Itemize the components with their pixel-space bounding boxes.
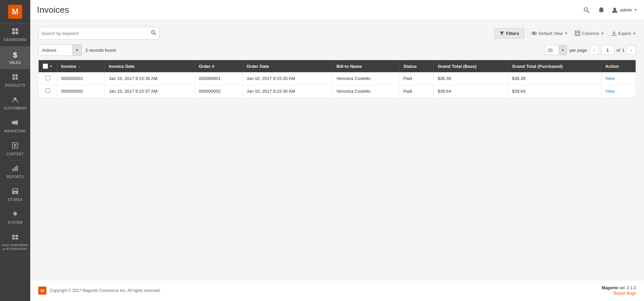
sidebar-item-label-products: PRODUCTS [5, 84, 25, 88]
row-checkbox[interactable] [45, 88, 50, 93]
svg-rect-34 [575, 31, 580, 36]
per-page-label: per page [570, 48, 587, 53]
top-bar: Invoices admin ▼ [30, 0, 644, 20]
svg-line-27 [587, 11, 589, 13]
footer-version-number: ver. 2.1.3 [619, 286, 636, 290]
checkbox-dropdown-arrow[interactable]: ▼ [49, 64, 53, 68]
sidebar-item-find-partners[interactable]: FIND PARTNERS & EXTENSIONS [0, 229, 30, 255]
cell-action: View [601, 72, 636, 85]
cell-invoice_date: Jan 10, 2017 9:15:37 AM [105, 85, 194, 98]
export-icon [611, 31, 617, 36]
table-row: 000000002Jan 10, 2017 9:15:37 AM00000000… [39, 85, 636, 98]
reports-icon [11, 165, 19, 174]
footer-left: M Copyright © 2017 Magento Commerce Inc.… [38, 287, 161, 295]
svg-point-28 [613, 8, 616, 10]
footer: M Copyright © 2017 Magento Commerce Inc.… [30, 280, 644, 301]
footer-version-name: Magento [602, 286, 618, 290]
search-top-button[interactable] [582, 5, 591, 15]
select-all-checkbox[interactable] [43, 63, 48, 69]
footer-right: Magento ver. 2.1.3 Report Bugs [602, 286, 636, 296]
svg-line-30 [154, 33, 156, 35]
search-icon [151, 30, 156, 35]
th-bill-to-name: Bill-to Name [332, 60, 399, 73]
sidebar-item-label-customers: CUSTOMERS [4, 106, 27, 111]
view-link[interactable]: View [605, 76, 615, 81]
svg-rect-17 [14, 167, 16, 171]
view-link[interactable]: View [605, 89, 615, 94]
sidebar-logo: M [0, 0, 30, 24]
actions-dropdown-arrow[interactable]: ▼ [72, 45, 82, 55]
actions-bar: Actions ▼ 2 records found 20 30 50 ▼ per… [38, 44, 636, 56]
content-area: Filters Default View ▼ [30, 20, 644, 280]
th-invoice[interactable]: Invoice ↓ [57, 60, 105, 73]
footer-copyright: Copyright © 2017 Magento Commerce Inc. A… [50, 288, 161, 293]
default-view-arrow: ▼ [564, 32, 568, 35]
sidebar-item-system[interactable]: SYSTEM [0, 206, 30, 229]
table-row: 000000001Jan 10, 2017 9:15:36 AM00000000… [39, 72, 636, 85]
filters-button[interactable]: Filters [494, 28, 524, 39]
search-top-icon [583, 7, 590, 13]
next-page-button[interactable]: › [627, 45, 636, 55]
search-bar [38, 27, 159, 40]
marketing-icon [11, 119, 19, 128]
cell-invoice: 000000001 [57, 72, 105, 85]
report-bugs-link[interactable]: Report Bugs [613, 291, 636, 296]
svg-rect-6 [12, 74, 15, 77]
cell-bill_to_name: Veronica Costello [332, 72, 399, 85]
admin-menu[interactable]: admin ▼ [611, 7, 637, 13]
cell-invoice: 000000002 [57, 85, 105, 98]
sidebar-item-dashboard[interactable]: DASHBOARD [0, 24, 30, 46]
sidebar-item-sales[interactable]: $ SALES [0, 46, 30, 69]
pagination: 20 30 50 ▼ per page ‹ of 1 › [545, 45, 636, 55]
search-input[interactable] [41, 31, 151, 36]
toolbar-divider-2 [571, 29, 571, 37]
sidebar-item-content[interactable]: CONTENT [0, 138, 30, 161]
sidebar-item-stores[interactable]: STORES [0, 183, 30, 206]
sidebar-item-label-marketing: MARKETING [4, 129, 26, 133]
cell-grand_total_base: $36.39 [434, 72, 508, 85]
sidebar-item-products[interactable]: PRODUCTS [0, 69, 30, 92]
sidebar-item-customers[interactable]: CUSTOMERS [0, 92, 30, 115]
svg-rect-3 [15, 28, 18, 31]
admin-dropdown-icon: ▼ [634, 8, 637, 12]
actions-select[interactable]: Actions ▼ [38, 44, 82, 56]
records-count: 2 records found [85, 48, 116, 53]
cell-grand_total_purchased: $36.39 [508, 72, 601, 85]
prev-page-button[interactable]: ‹ [590, 45, 599, 55]
sales-icon: $ [13, 51, 17, 59]
sidebar-item-marketing[interactable]: MARKETING [0, 115, 30, 138]
svg-rect-16 [12, 169, 14, 171]
notifications-button[interactable] [597, 5, 606, 15]
th-checkbox: ▼ [39, 60, 57, 73]
sidebar-item-label-sales: SALES [9, 61, 21, 65]
search-button[interactable] [151, 30, 156, 37]
row-checkbox-cell [39, 72, 57, 85]
sidebar-item-reports[interactable]: REPORTS [0, 161, 30, 183]
per-page-select[interactable]: 20 30 50 ▼ [545, 45, 567, 55]
cell-grand_total_base: $39.64 [434, 85, 508, 98]
svg-point-26 [584, 8, 588, 11]
svg-rect-20 [14, 192, 16, 194]
columns-button[interactable]: Columns ▼ [575, 31, 604, 36]
row-checkbox-cell [39, 85, 57, 98]
system-icon [11, 210, 19, 219]
svg-rect-18 [16, 166, 18, 171]
cell-order_num: 000000001 [195, 72, 242, 85]
dashboard-icon [11, 28, 19, 37]
sidebar: M DASHBOARD $ SALES PRODUCTS CUSTOMERS M… [0, 0, 30, 301]
row-checkbox[interactable] [45, 76, 50, 80]
stores-icon [11, 187, 19, 197]
per-page-arrow[interactable]: ▼ [559, 45, 567, 55]
export-button[interactable]: Export ▼ [611, 31, 636, 36]
per-page-dropdown[interactable]: 20 30 50 [545, 45, 559, 55]
default-view-button[interactable]: Default View ▼ [531, 31, 568, 36]
sidebar-item-label-stores: STORES [8, 198, 23, 202]
cell-grand_total_purchased: $39.64 [508, 85, 601, 98]
table-header-row: ▼ Invoice ↓ Invoice Date Order # Order [39, 60, 636, 73]
sidebar-item-label-dashboard: DASHBOARD [4, 38, 27, 42]
th-action: Action [601, 60, 636, 73]
columns-icon [575, 31, 580, 36]
total-pages: 1 [622, 48, 625, 53]
current-page-input[interactable] [601, 45, 614, 55]
actions-dropdown[interactable]: Actions [39, 45, 72, 55]
